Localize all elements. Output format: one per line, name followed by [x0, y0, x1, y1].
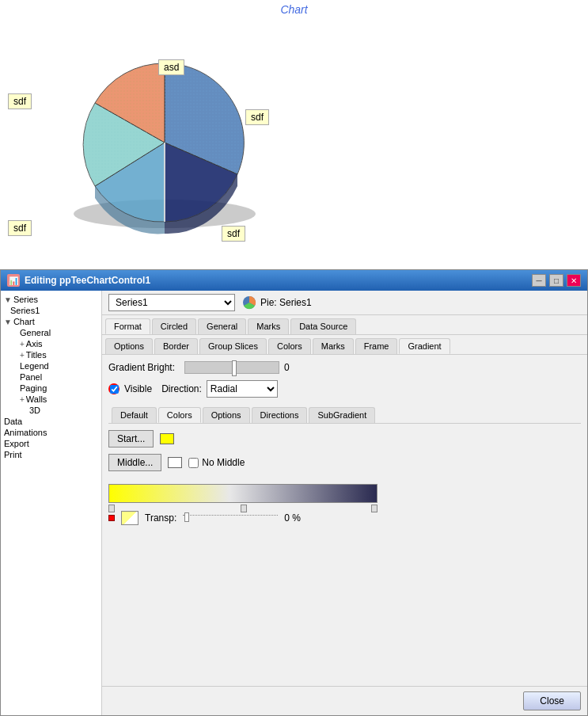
series-dropdown[interactable]: Series1: [108, 294, 235, 311]
middle-color-swatch[interactable]: [168, 457, 182, 468]
tree-3d[interactable]: 3D: [1, 405, 101, 416]
color-tab-subgradient[interactable]: SubGradient: [309, 407, 375, 423]
transp-label: Transp:: [145, 512, 176, 524]
dialog-titlebar: 📊 Editing ppTeeChartControl1 ─ □ ✕: [1, 270, 587, 291]
start-color-swatch[interactable]: [160, 433, 174, 444]
tree-panel: ▼ Series Series1 ▼ Chart General + Axis …: [1, 291, 102, 715]
tree-series-group[interactable]: ▼ Series: [1, 294, 101, 305]
subtab-gradient[interactable]: Gradient: [399, 338, 450, 354]
editing-dialog: 📊 Editing ppTeeChartControl1 ─ □ ✕ ▼ Ser…: [0, 269, 588, 716]
no-middle-label: No Middle: [202, 457, 245, 468]
chart-label-right-bottom: sdf: [222, 226, 245, 242]
no-middle-container: No Middle: [188, 457, 245, 468]
dialog-body: ▼ Series Series1 ▼ Chart General + Axis …: [1, 291, 587, 715]
tree-titles[interactable]: + Titles: [1, 349, 101, 360]
chart-label-left-bottom: sdf: [8, 220, 32, 236]
visible-checkbox[interactable]: [110, 385, 119, 394]
middle-color-button[interactable]: Middle...: [108, 454, 161, 471]
expand-icon: ▼: [4, 295, 12, 304]
subtab-group-slices[interactable]: Group Slices: [199, 338, 267, 354]
tree-legend[interactable]: Legend: [1, 360, 101, 371]
expand-icon: ▼: [4, 318, 12, 326]
color-tab-bar: Default Colors Options Directions SubGra…: [108, 404, 581, 424]
dialog-footer: Close: [102, 686, 587, 715]
subtab-marks[interactable]: Marks: [313, 338, 354, 354]
gradient-section: Transp: 0 %: [108, 484, 581, 525]
visible-direction-row: Visible Direction: Radial Linear Rectang…: [108, 380, 581, 398]
subtab-options[interactable]: Options: [105, 338, 153, 354]
tab-marks[interactable]: Marks: [248, 318, 289, 334]
middle-color-row: Middle... No Middle: [108, 454, 581, 471]
window-controls: ─ □ ✕: [532, 274, 581, 287]
start-color-button[interactable]: Start...: [108, 430, 154, 448]
no-middle-checkbox[interactable]: [188, 458, 199, 468]
tree-axis[interactable]: + Axis: [1, 338, 101, 349]
gradient-bright-row: Gradient Bright: 0: [108, 361, 581, 374]
visible-checkbox-circle: [108, 383, 119, 394]
tab-general[interactable]: General: [198, 318, 246, 334]
gradient-bright-slider[interactable]: [184, 361, 279, 374]
tab-datasource[interactable]: Data Source: [290, 318, 356, 334]
subtab-border[interactable]: Border: [154, 338, 198, 354]
gradient-handle-right[interactable]: [371, 505, 377, 512]
gradient-bar: [108, 484, 377, 503]
red-marker: [108, 515, 115, 521]
expand-icon: +: [20, 351, 25, 360]
tree-panel[interactable]: Panel: [1, 371, 101, 383]
chart-label-right-top: sdf: [245, 109, 269, 125]
tab-circled[interactable]: Circled: [152, 318, 196, 334]
gradient-bright-label: Gradient Bright:: [108, 362, 180, 373]
start-color-row: Start...: [108, 430, 581, 448]
sub-tab-bar: Options Border Group Slices Colors Marks…: [102, 335, 587, 355]
transp-value: 0 %: [284, 512, 301, 524]
tree-walls[interactable]: + Walls: [1, 394, 101, 405]
tree-data[interactable]: Data: [1, 416, 101, 427]
color-tab-options[interactable]: Options: [203, 407, 250, 423]
dialog-title: Editing ppTeeChartControl1: [25, 275, 150, 286]
direction-label: Direction:: [161, 383, 202, 394]
gradient-handle-left[interactable]: [108, 505, 115, 512]
subtab-colors[interactable]: Colors: [268, 338, 311, 354]
pie-series-icon: [241, 295, 257, 310]
maximize-button[interactable]: □: [549, 274, 563, 287]
right-panel: Series1 Pie: Series1 Format Circled Gene…: [102, 291, 587, 715]
direction-select[interactable]: Radial Linear Rectangle: [207, 380, 278, 398]
color-tab-default[interactable]: Default: [112, 407, 157, 423]
gradient-bar-container: [108, 484, 377, 506]
chart-area: Chart: [0, 0, 588, 269]
subtab-frame[interactable]: Frame: [355, 338, 398, 354]
series-header: Series1 Pie: Series1: [102, 291, 587, 315]
tree-series1[interactable]: Series1: [1, 305, 101, 316]
chart-label-left-top: sdf: [8, 93, 32, 109]
content-panel: Gradient Bright: 0 Visible Di: [102, 355, 587, 686]
gradient-bright-value: 0: [284, 362, 290, 373]
tree-animations[interactable]: Animations: [1, 427, 101, 438]
tree-paging[interactable]: Paging: [1, 383, 101, 394]
tab-format[interactable]: Format: [105, 318, 150, 334]
tree-chart-group[interactable]: ▼ Chart: [1, 316, 101, 327]
tree-general[interactable]: General: [1, 327, 101, 338]
tree-print[interactable]: Print: [1, 449, 101, 460]
main-tab-bar: Format Circled General Marks Data Source: [102, 315, 587, 335]
minimize-button[interactable]: ─: [532, 274, 546, 287]
color-tab-directions[interactable]: Directions: [252, 407, 308, 423]
tree-export[interactable]: Export: [1, 438, 101, 449]
visible-label: Visible: [124, 383, 152, 394]
dialog-icon: 📊: [7, 274, 20, 287]
color-tab-colors[interactable]: Colors: [158, 407, 201, 423]
series-info: Pie: Series1: [241, 295, 312, 310]
transp-slider[interactable]: [183, 515, 278, 521]
close-window-button[interactable]: ✕: [567, 274, 581, 287]
close-button[interactable]: Close: [523, 691, 581, 710]
chart-title: Chart: [0, 0, 588, 16]
gradient-handle-mid[interactable]: [241, 505, 247, 512]
expand-icon: +: [20, 340, 25, 348]
expand-icon: +: [20, 395, 25, 404]
series-info-text: Pie: Series1: [260, 297, 312, 308]
chart-label-asd: asd: [158, 59, 184, 75]
